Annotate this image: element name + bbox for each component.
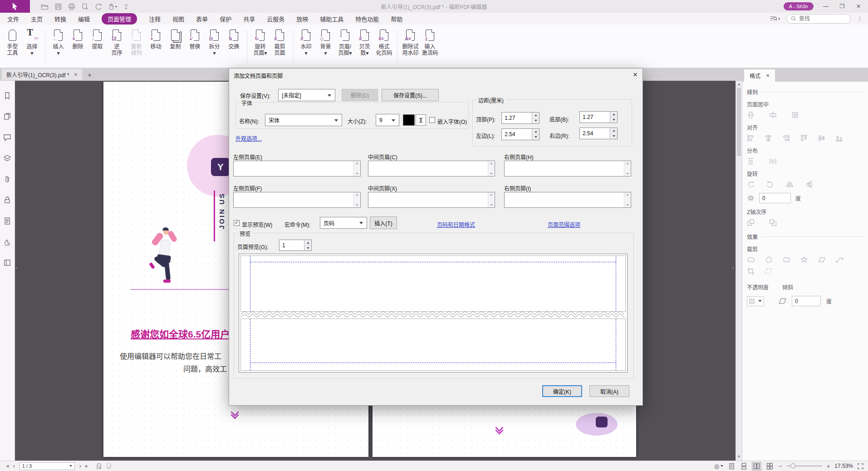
menu-item[interactable]: 辅助工具 xyxy=(320,15,343,23)
header-right-textarea[interactable] xyxy=(504,161,631,177)
zoom-slider[interactable] xyxy=(787,466,822,466)
redo-icon[interactable] xyxy=(95,3,102,10)
next-page-button[interactable]: › xyxy=(78,463,83,469)
format-page-number[interactable]: #= 格式 化页码 xyxy=(374,29,394,56)
minimize-button[interactable]: — xyxy=(822,3,830,10)
delete-pages[interactable]: × 删除 xyxy=(68,29,88,50)
rearrange-pages[interactable]: ↕ 重新 排列 xyxy=(127,29,146,56)
menu-item[interactable]: 主页 xyxy=(31,15,43,23)
align-bottom-icon[interactable] xyxy=(835,134,843,142)
zoom-in-button[interactable]: + xyxy=(827,463,830,470)
flip-horizontal-icon[interactable] xyxy=(786,181,794,188)
header-footer[interactable]: ¯ 页眉/ 页脚▾ xyxy=(335,29,355,56)
layers-icon[interactable] xyxy=(3,154,11,162)
rotate-angle-gear-icon[interactable] xyxy=(747,194,755,202)
extract-pages[interactable]: ↓ 提取 xyxy=(88,29,107,50)
new-document-icon[interactable] xyxy=(82,3,88,10)
hand-tool-quick-icon[interactable]: ▾ xyxy=(108,3,117,10)
bates-number[interactable]: # 贝茨 数▾ xyxy=(355,29,374,56)
search-input[interactable] xyxy=(799,15,844,22)
single-page-view-icon[interactable] xyxy=(728,462,736,470)
margin-top-spinner[interactable] xyxy=(532,113,539,123)
reverse-page-order[interactable]: 12 逆 页序 xyxy=(107,29,127,56)
margin-bottom-input[interactable] xyxy=(579,111,618,123)
margin-top-input[interactable] xyxy=(501,112,539,124)
more-options-icon[interactable]: ⋮ xyxy=(857,15,863,22)
align-horizontal-center-icon[interactable] xyxy=(765,134,772,142)
document-tab[interactable]: 新人引导(1)_OCR(3).pdf * ✕ xyxy=(2,69,82,80)
account-badge[interactable]: A - Sh3n xyxy=(784,2,814,10)
menu-item[interactable]: 共享 xyxy=(243,15,255,23)
replace-pages[interactable]: ↙ 替换 xyxy=(185,29,205,50)
margin-right-spinner[interactable] xyxy=(610,128,617,139)
save-icon[interactable] xyxy=(55,3,62,10)
menu-item[interactable]: 云服务 xyxy=(267,15,284,23)
header-center-textarea[interactable] xyxy=(368,161,495,177)
align-top-icon[interactable] xyxy=(800,134,808,142)
page-number-box[interactable]: 1 / 3 xyxy=(20,462,75,470)
bookmarks-icon[interactable] xyxy=(3,92,11,100)
watermark[interactable]: // 水印 ▾ xyxy=(296,29,316,56)
close-button[interactable]: ✕ xyxy=(854,3,863,10)
center-both-icon[interactable] xyxy=(791,111,799,119)
dialog-close-icon[interactable]: ✕ xyxy=(630,70,641,79)
activation-code[interactable]: ⚷ 输入 激活码 xyxy=(420,29,440,56)
continuous-view-icon[interactable] xyxy=(740,462,748,470)
comments-icon[interactable] xyxy=(3,133,11,142)
distribute-vertically-icon[interactable] xyxy=(747,157,755,165)
content-panel-icon[interactable] xyxy=(3,259,11,267)
print-icon[interactable] xyxy=(68,3,75,10)
align-vertical-center-icon[interactable] xyxy=(818,134,825,142)
menu-item[interactable]: 视图 xyxy=(172,15,184,23)
previous-view-icon[interactable] xyxy=(96,463,102,470)
tab-format[interactable]: 格式 ✕ xyxy=(744,69,775,82)
zoom-percentage[interactable]: 17.53% xyxy=(834,463,853,469)
menu-item[interactable]: 页面管理 xyxy=(102,13,137,25)
ok-button[interactable]: 确定(K) xyxy=(542,385,582,397)
move-pages[interactable]: + 移动 xyxy=(146,29,166,50)
background[interactable]: ◇ 背景 ▾ xyxy=(316,29,335,56)
crop-polygon-icon[interactable] xyxy=(818,256,826,264)
show-preview-checkbox[interactable] xyxy=(234,220,240,226)
menu-item[interactable]: 转换 xyxy=(54,15,66,23)
cancel-button[interactable]: 取消(A) xyxy=(589,385,629,397)
page-range-options-link[interactable]: 页面范围选项 xyxy=(548,221,580,228)
security-icon[interactable] xyxy=(3,196,11,204)
scroll-up-arrow[interactable]: ▲ xyxy=(736,81,742,88)
menu-item[interactable]: 保护 xyxy=(220,15,231,23)
crop-ellipse-icon[interactable] xyxy=(747,256,755,264)
crop-circle-icon[interactable] xyxy=(765,256,773,264)
tab-add-icon[interactable]: + xyxy=(84,71,95,78)
opacity-dropdown[interactable] xyxy=(747,296,764,306)
align-left-icon[interactable] xyxy=(747,134,755,142)
facing-continuous-view-icon[interactable] xyxy=(765,462,774,470)
footer-left-textarea[interactable] xyxy=(233,192,361,208)
last-page-button[interactable]: » xyxy=(83,463,90,469)
first-page-button[interactable]: « xyxy=(5,463,11,469)
underline-toggle-button[interactable]: T xyxy=(416,114,426,126)
restore-button[interactable]: ❐ xyxy=(838,3,846,10)
rotate-pages[interactable]: ↻ 旋转 页面▾ xyxy=(250,29,270,56)
page-number-date-format-link[interactable]: 页码和日期格式 xyxy=(437,221,475,228)
collapse-right-panel-arrow[interactable]: › xyxy=(732,264,734,271)
macro-select[interactable]: 页码 xyxy=(320,217,367,229)
page-preview-input[interactable] xyxy=(279,240,312,251)
menu-item[interactable]: 编辑 xyxy=(78,15,90,23)
zoom-out-button[interactable]: − xyxy=(779,463,782,470)
hand-tool[interactable]: 手型 工具 xyxy=(3,29,22,56)
advanced-search-icon[interactable]: ▾ xyxy=(770,15,780,22)
vertical-scrollbar[interactable]: ▲ ▼ xyxy=(736,81,742,461)
next-view-icon[interactable] xyxy=(106,463,112,470)
fit-screen-icon[interactable] xyxy=(858,463,863,469)
page-preview-spinner[interactable] xyxy=(304,240,311,250)
save-setting-select[interactable]: [未指定] xyxy=(278,89,335,101)
margin-left-input[interactable] xyxy=(501,128,539,140)
insert-pages[interactable]: ← 插入 ▾ xyxy=(49,29,68,56)
font-color-swatch[interactable] xyxy=(403,114,415,126)
footer-center-textarea[interactable] xyxy=(368,192,495,208)
page-thumbnails-icon[interactable] xyxy=(3,113,11,121)
signature-icon[interactable] xyxy=(3,238,11,246)
copy-pages[interactable]: 复制 xyxy=(166,29,185,50)
align-right-icon[interactable] xyxy=(782,134,790,142)
collapse-left-panel-arrow[interactable]: ‹ xyxy=(15,264,17,271)
